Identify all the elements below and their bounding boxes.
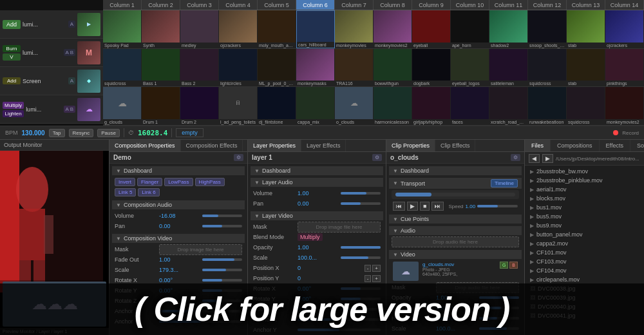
file-item-15[interactable]: 🖼 DVC00040.jpg <box>525 302 644 311</box>
clip-scale-value[interactable]: 100.0... <box>436 325 477 332</box>
layer-rotatex-slider[interactable] <box>341 287 381 290</box>
clip-video-filename[interactable]: g_clouds.mov <box>422 262 457 267</box>
btn-link5[interactable]: Link 5 <box>115 188 136 196</box>
layer-opacity-slider[interactable] <box>341 246 381 249</box>
thumb-cell-3-9[interactable]: girljaptvhiphop <box>412 87 451 125</box>
thumb-cell-1-13[interactable]: stab <box>567 10 605 48</box>
clip-opacity-slider[interactable] <box>479 296 520 299</box>
layer-effects-tab[interactable]: Layer Effects <box>301 140 346 151</box>
comp-dashboard-header[interactable]: ▼ Dashboard <box>112 166 245 175</box>
col-header-1[interactable]: Column 1 <box>103 0 142 10</box>
clip-width-value[interactable]: 640.00 <box>436 305 477 311</box>
layer-posx-value[interactable]: 0 <box>298 265 362 271</box>
file-item-9[interactable]: ▶ CF101.mov <box>525 248 644 257</box>
thumb-cell-3-8[interactable]: harmonicalesson <box>374 87 412 125</box>
track-btn-burn[interactable]: Burn <box>3 45 21 52</box>
comp-rotatey-value[interactable]: 0.00° <box>159 287 200 294</box>
files-tab[interactable]: Files <box>525 140 551 151</box>
thumb-cell-1-4[interactable]: ojcrackers <box>219 10 258 48</box>
col-header-7[interactable]: Column 7 <box>335 0 374 10</box>
track-btn-add-3[interactable]: Add <box>3 77 21 84</box>
comp-rotatex-value[interactable]: 0.00° <box>159 277 200 283</box>
comp-audio-header[interactable]: ▼ Composition Audio <box>112 200 245 209</box>
layer-pan-slider[interactable] <box>341 202 381 205</box>
btn-invert[interactable]: Invert <box>115 178 135 186</box>
file-item-7[interactable]: ▶ button_panel.mov <box>525 230 644 239</box>
thumb-cell-1-10[interactable]: ape_horn <box>451 10 489 48</box>
prev-btn[interactable]: ⏮ <box>393 202 405 211</box>
thumb-cell-1-5[interactable]: moly_mouth_anim <box>258 10 296 48</box>
posx-plus-btn[interactable]: + <box>372 265 381 272</box>
col-header-4[interactable]: Column 4 <box>219 0 258 10</box>
posy-plus-btn[interactable]: + <box>372 275 381 282</box>
thumb-cell-2-13[interactable]: stab <box>567 49 605 87</box>
thumb-cell-3-3[interactable]: Drum 2 <box>180 87 219 125</box>
layer-rotatey-slider[interactable] <box>341 298 381 300</box>
comp-video-header[interactable]: ▼ Composition Video <box>112 234 245 243</box>
comp-effects-tab[interactable]: Composition Effects <box>181 140 243 151</box>
file-item-16[interactable]: 🖼 DVC00041.jpg <box>525 311 644 320</box>
col-header-9[interactable]: Column 9 <box>412 0 451 10</box>
speed-slider[interactable] <box>477 205 518 207</box>
file-item-13[interactable]: 🖼 DVC00038.jpg <box>525 284 644 293</box>
stop-btn[interactable]: ■ <box>420 202 430 211</box>
thumb-cell-2-12[interactable]: squidcross <box>528 49 567 87</box>
layer-mask-drop[interactable]: Drop image file here <box>298 222 381 233</box>
clip-transport-header[interactable]: ▼ Transport Timeline <box>389 178 522 189</box>
clip-green-btn[interactable]: G <box>500 262 508 269</box>
thumb-cell-1-14[interactable]: ojcrackers <box>605 10 644 48</box>
thumb-cell-3-6[interactable]: cappa_mix <box>296 87 335 125</box>
thumb-cell-3-7[interactable]: ☁o_clouds <box>335 87 374 125</box>
col-header-5[interactable]: Column 5 <box>258 0 296 10</box>
timeline-btn[interactable]: Timeline <box>491 179 518 187</box>
layer-rotatex-value[interactable]: 0.00° <box>298 285 338 292</box>
clip-config-btn[interactable]: ⚙ <box>511 154 520 161</box>
col-header-12[interactable]: Column 12 <box>528 0 567 10</box>
rotatey-slider[interactable] <box>202 289 243 292</box>
posy-minus-btn[interactable]: - <box>365 275 372 282</box>
thumb-cell-2-2[interactable]: Bass 1 <box>142 49 180 87</box>
comp-props-tab[interactable]: Composition Properties <box>109 140 181 151</box>
files-forward-btn[interactable]: ▶ <box>542 154 553 163</box>
thumb-cell-2-1[interactable]: squidcross <box>103 49 142 87</box>
layer-props-tab[interactable]: Layer Properties <box>248 140 301 151</box>
comp-rotatez-value[interactable]: 0.00° <box>159 298 200 304</box>
layer-opacity-value[interactable]: 1.00 <box>298 244 338 251</box>
thumb-cell-3-14[interactable]: monkeymovies2 <box>605 87 644 125</box>
scale-slider[interactable] <box>202 269 243 271</box>
layer-blendmode-value[interactable]: Multiply <box>298 233 323 241</box>
file-item-6[interactable]: ▶ bus9.mov <box>525 221 644 230</box>
btn-lowpass[interactable]: LowPass <box>164 178 193 186</box>
thumb-cell-2-14[interactable]: pinkthings <box>605 49 644 87</box>
thumb-cell-1-6[interactable]: cars_hillboard <box>296 10 335 48</box>
pan-slider[interactable] <box>202 225 243 227</box>
file-item-0[interactable]: ▶ 2busstrobe_bw.mov <box>525 167 644 176</box>
thumb-cell-2-6[interactable]: monkeymasks <box>296 49 335 87</box>
col-header-8[interactable]: Column 8 <box>374 0 412 10</box>
clip-dashboard-header[interactable]: ▼ Dashboard <box>389 166 522 175</box>
comp-scale-value[interactable]: 179.3... <box>159 267 200 273</box>
thumb-cell-3-13[interactable]: squidcross <box>567 87 605 125</box>
thumb-cell-3-2[interactable]: Drum 1 <box>142 87 180 125</box>
thumb-cell-1-11[interactable]: shadow2 <box>489 10 528 48</box>
col-header-14[interactable]: Column 14 <box>605 0 644 10</box>
files-back-btn[interactable]: ◀ <box>529 154 540 163</box>
thumb-cell-1-3[interactable]: medley <box>180 10 219 48</box>
layer-scale-slider[interactable] <box>341 256 381 259</box>
pause-button[interactable]: Pause <box>97 129 120 137</box>
layer-audio-header[interactable]: ▼ Layer Audio <box>251 178 383 187</box>
thumb-cell-2-9[interactable]: dogbark <box>412 49 451 87</box>
rotatez-slider[interactable] <box>202 300 243 302</box>
clip-effects-tab[interactable]: Clip Effects <box>435 140 475 151</box>
btn-highpass[interactable]: HighPass <box>195 178 225 186</box>
file-item-8[interactable]: ▶ cappa2.mov <box>525 239 644 248</box>
thumb-cell-3-10[interactable]: faces <box>451 87 489 125</box>
layer-anchorx-slider[interactable] <box>298 318 381 321</box>
tap-button[interactable]: Tap <box>49 129 65 137</box>
thumb-cell-3-11[interactable]: xcratch_road_200 <box>489 87 528 125</box>
next-btn[interactable]: ⏭ <box>431 202 444 211</box>
sources-tab[interactable]: Sources <box>630 140 644 151</box>
file-item-4[interactable]: ▶ bus1.mov <box>525 203 644 212</box>
thumb-cell-1-12[interactable]: snoop_shoots_dog <box>528 10 567 48</box>
clip-audio-header[interactable]: ▼ Audio <box>389 226 522 235</box>
